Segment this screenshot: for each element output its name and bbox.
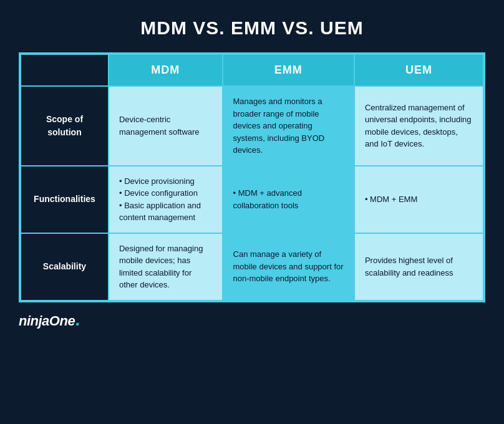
- row-label-func: Functionalities: [21, 166, 109, 233]
- cell-scale-mdm: Designed for managing mobile devices; ha…: [109, 233, 223, 301]
- header-uem: UEM: [354, 54, 483, 86]
- page-title: MDM VS. EMM VS. UEM: [140, 17, 363, 39]
- logo-text: ninjaOne.: [19, 311, 80, 329]
- cell-scope-mdm: Device-centric management software: [109, 86, 223, 166]
- cell-func-mdm: • Device provisioning • Device configura…: [109, 166, 223, 233]
- comparison-table: MDM EMM UEM Scope of solution Device-cen…: [19, 52, 485, 302]
- table-header-row: MDM EMM UEM: [21, 54, 483, 86]
- cell-scale-uem: Provides highest level of scalability an…: [354, 233, 483, 301]
- cell-func-emm: • MDM + advanced collaboration tools: [223, 166, 354, 233]
- cell-scope-emm: Manages and monitors a broader range of …: [223, 86, 354, 166]
- page-wrapper: MDM VS. EMM VS. UEM MDM EMM UEM Scope of…: [0, 0, 504, 424]
- logo-area: ninjaOne.: [19, 311, 80, 329]
- header-mdm: MDM: [109, 54, 223, 86]
- table-row: Functionalities • Device provisioning • …: [21, 166, 483, 233]
- cell-func-uem: • MDM + EMM: [354, 166, 483, 233]
- header-empty: [21, 54, 109, 86]
- header-emm: EMM: [223, 54, 354, 86]
- table-row: Scope of solution Device-centric managem…: [21, 86, 483, 166]
- table-row: Scalability Designed for managing mobile…: [21, 233, 483, 301]
- row-label-scale: Scalability: [21, 233, 109, 301]
- logo-dot: .: [75, 310, 80, 329]
- cell-scope-uem: Centralized management of universal endp…: [354, 86, 483, 166]
- row-label-scope: Scope of solution: [21, 86, 109, 166]
- logo-word: ninjaOne: [19, 313, 75, 329]
- cell-scale-emm: Can manage a variety of mobile devices a…: [223, 233, 354, 301]
